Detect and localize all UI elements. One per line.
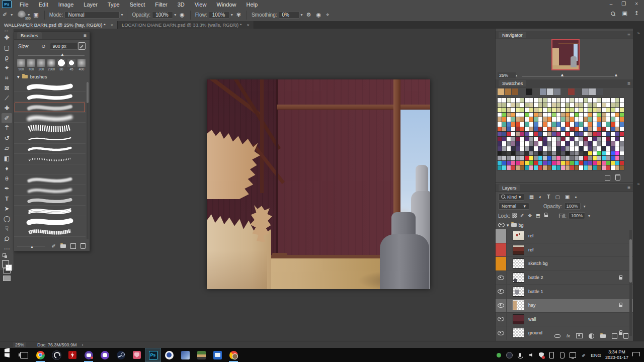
swatch[interactable] (552, 108, 556, 112)
tool-button[interactable]: ✥ (2, 33, 12, 43)
swatch[interactable] (606, 103, 610, 108)
swatch[interactable] (566, 146, 570, 151)
swatch[interactable] (547, 156, 551, 160)
swatch[interactable] (525, 156, 529, 160)
swatch[interactable] (593, 151, 597, 156)
menu-item[interactable]: File (15, 2, 34, 8)
swatch[interactable] (547, 161, 551, 165)
zoom-in-icon[interactable]: ▲ (614, 72, 618, 77)
brush-preset-thumbnail[interactable] (37, 59, 45, 67)
panel-menu-icon[interactable]: ≡ (84, 33, 87, 38)
swatch[interactable] (498, 103, 502, 108)
recent-swatch[interactable] (512, 88, 518, 95)
swatch[interactable] (602, 108, 606, 112)
swatch[interactable] (602, 132, 606, 136)
swatch[interactable] (588, 132, 592, 136)
tool-button[interactable]: ➤ (2, 204, 12, 214)
swatch[interactable] (516, 141, 520, 146)
swatch[interactable] (602, 146, 606, 151)
swatch[interactable] (588, 165, 592, 170)
layer-thumbnail[interactable] (513, 314, 524, 324)
swatch[interactable] (547, 165, 551, 170)
tool-button[interactable]: ♦ (2, 163, 12, 173)
swatch[interactable] (561, 103, 565, 108)
swatch[interactable] (534, 113, 538, 117)
swatch[interactable] (534, 151, 538, 156)
swatch[interactable] (561, 156, 565, 160)
panel-menu-icon[interactable]: ≡ (627, 32, 630, 38)
link-icon[interactable]: ∞ (580, 352, 587, 358)
recent-swatch[interactable] (575, 88, 582, 95)
swatch[interactable] (593, 122, 597, 127)
delete-layer-icon[interactable] (623, 333, 628, 339)
swatch[interactable] (502, 161, 506, 165)
swatch[interactable] (498, 156, 502, 160)
swatch[interactable] (520, 165, 524, 170)
swatch[interactable] (615, 137, 619, 141)
swatch[interactable] (529, 146, 533, 151)
swatch[interactable] (611, 122, 615, 127)
taskbar-app[interactable] (32, 348, 48, 362)
swatch[interactable] (615, 108, 619, 112)
swatch[interactable] (593, 132, 597, 136)
recent-swatch[interactable] (554, 88, 560, 95)
new-group-icon[interactable] (600, 334, 606, 338)
brush-preset-thumbnail[interactable] (17, 59, 25, 67)
recent-swatch[interactable] (582, 88, 589, 95)
brush-stroke-item[interactable] (14, 102, 86, 113)
filter-pixel-layers-icon[interactable]: ▦ (529, 194, 534, 200)
swatch[interactable] (615, 122, 619, 127)
swatch[interactable] (498, 127, 502, 132)
menu-item[interactable]: Filter (150, 2, 172, 8)
brush-size-slider-track[interactable] (18, 55, 85, 56)
document-tab[interactable]: WALLPAPER BARN.psd @ 25% (hay, RGB/8) * … (0, 21, 118, 29)
swatch[interactable] (498, 146, 502, 151)
swatch[interactable] (547, 151, 551, 156)
swatch[interactable] (502, 117, 506, 122)
swatch[interactable] (538, 108, 542, 112)
swatch[interactable] (615, 98, 619, 103)
swatch[interactable] (593, 161, 597, 165)
brush-preset-thumbnail[interactable] (67, 59, 75, 67)
swatch[interactable] (529, 113, 533, 117)
brush-folder-row[interactable]: ▾ brushes (17, 74, 47, 79)
layer-name[interactable]: sketch bg (528, 261, 548, 266)
swatch[interactable] (561, 98, 565, 103)
layer-name[interactable]: bottle 1 (528, 289, 543, 294)
swatch[interactable] (620, 137, 624, 141)
swatch[interactable] (525, 108, 529, 112)
swatch[interactable] (611, 108, 615, 112)
swatch[interactable] (611, 141, 615, 146)
swatch[interactable] (547, 132, 551, 136)
swatch[interactable] (602, 103, 606, 108)
brush-stroke-item[interactable] (14, 185, 86, 196)
chevron-down-icon[interactable]: ▾ (584, 204, 586, 209)
swatch[interactable] (575, 132, 579, 136)
filter-adjustment-layers-icon[interactable]: ◐ (539, 194, 542, 200)
swatch[interactable] (615, 132, 619, 136)
eye-icon[interactable] (498, 289, 504, 294)
tool-preset-chevron-icon[interactable]: ▾ (11, 13, 13, 17)
swatch[interactable] (584, 127, 588, 132)
swatch[interactable] (520, 156, 524, 160)
swatch[interactable] (620, 117, 624, 122)
navigator-panel-tab[interactable]: Navigator (499, 32, 526, 38)
swatch[interactable] (502, 98, 506, 103)
swatch[interactable] (502, 151, 506, 156)
swatch[interactable] (543, 108, 547, 112)
swatch[interactable] (570, 103, 574, 108)
swatch[interactable] (529, 103, 533, 108)
smoothing-gear-icon[interactable]: ⚙ (306, 12, 311, 18)
eye-icon[interactable] (498, 331, 504, 335)
brush-stroke-item[interactable] (14, 144, 86, 154)
microphone-icon[interactable] (517, 352, 523, 358)
eye-icon[interactable] (498, 303, 504, 308)
swatch[interactable] (561, 108, 565, 112)
brush-folder-name[interactable]: brushes (30, 74, 47, 79)
swatch[interactable] (620, 122, 624, 127)
layer-style-icon[interactable]: fx (567, 333, 570, 338)
swatch[interactable] (538, 122, 542, 127)
swatch[interactable] (588, 161, 592, 165)
swatch[interactable] (593, 165, 597, 170)
navigator-slider-thumb[interactable]: ▲ (560, 72, 565, 77)
